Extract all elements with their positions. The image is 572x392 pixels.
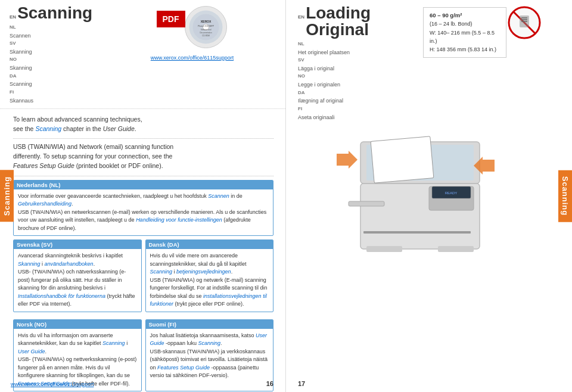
pdf-badge: PDF [157,11,185,27]
svg-rect-26 [363,231,471,234]
lang-list-left: NLScannen SVSkanning NOSkanning DAScanni… [10,24,111,105]
main-content-left: To learn about advanced scanning techniq… [0,109,285,392]
right-page-header: EN Loading Original NLHet origineel plaa… [286,0,572,125]
dutch-section-header: Nederlands (NL) [14,181,273,189]
swedish-section: Svenska (SV) Avancerad skanningteknik be… [13,239,142,312]
pdf-cd-container: PDF XEROX Phaser 6115MFP Software and [157,5,228,52]
paper-spec-line3: W: 140– 216 mm (5.5 – 8.5 in.) [430,29,500,46]
norwegian-section-text: Hvis du vil ha informasjon om avanserte … [18,332,137,388]
svg-marker-29 [337,151,358,169]
left-page-header: EN Scanning NLScannen SVSkanning NOSkann… [0,0,285,109]
left-page: Scanning EN Scanning NLScannen SVSkannin… [0,0,286,392]
svg-rect-27 [366,246,402,252]
danish-section-text: Hvis du vil vide mere om avancerede scan… [150,252,269,309]
norwegian-section-header: Norsk (NO) [14,320,141,329]
svg-rect-19 [349,201,384,206]
paper-spec-line2: (16 – 24 lb. Bond) [430,20,500,28]
danish-section-header: Dansk (DA) [146,240,273,249]
right-page: Scanning EN Loading Original NLHet origi… [286,0,572,392]
printer-illustration-area: READY [286,125,572,256]
paper-spec-line1: 60 – 90 g/m² [430,11,500,20]
intro-paragraph-2: USB (TWAIN/WIA) and Network (email) scan… [13,142,273,170]
svg-text:Phaser 6115MFP: Phaser 6115MFP [197,25,214,27]
paper-spec-box: 60 – 90 g/m² (16 – 24 lb. Bond) W: 140– … [423,7,506,58]
dutch-section-text: Voor informatie over geavanceerde scante… [18,192,269,233]
svg-rect-28 [438,246,474,252]
intro-paragraph-1: To learn about advanced scanning techniq… [13,115,273,134]
danish-section: Dansk (DA) Hvis du vil vide mere om avan… [145,239,274,312]
swedish-section-header: Svenska (SV) [14,240,141,249]
page-title-loading: Loading Original [306,5,411,38]
norwegian-section: Norsk (NO) Hvis du vil ha informasjon om… [13,319,142,392]
finnish-section: Suomi (FI) Jos haluat lisätietoja skanna… [145,319,274,392]
svg-text:CD-ROM: CD-ROM [202,35,210,37]
dutch-section: Nederlands (NL) Voor informatie over gea… [13,180,273,237]
finnish-section-header: Suomi (FI) [146,320,273,329]
svg-rect-18 [371,136,434,183]
no-symbol-icon [506,5,542,41]
svg-text:XEROX: XEROX [200,20,211,23]
lang-list-right: NLHet origineel plaatsen SVLägga i origi… [298,41,411,122]
page-number-left: 16 [266,380,273,387]
swedish-section-text: Avancerad skanningteknik beskrivs i kapi… [18,252,137,309]
xerox-url-header[interactable]: www.xerox.com/office/6115support [151,55,234,61]
lang-indicator-left: EN [10,14,16,20]
header-center: PDF XEROX Phaser 6115MFP Software and [111,5,273,61]
svg-text:READY: READY [445,191,458,195]
page-title-scanning: Scanning [17,5,92,21]
swedish-danish-row: Svenska (SV) Avancerad skanningteknik be… [13,239,273,316]
finnish-section-text: Jos haluat lisätietoja skannaamisesta, k… [150,332,269,380]
svg-text:Documentation: Documentation [200,32,212,34]
page-number-right: 17 [298,380,305,387]
bottom-url-left[interactable]: www.xerox.com/office/6115support [11,381,94,387]
side-tab-scanning-right: Scanning [558,170,572,222]
printer-svg: READY [325,130,533,255]
svg-text:Software and: Software and [200,29,211,31]
pdf-cd-illustration: PDF XEROX Phaser 6115MFP Software and [151,5,234,61]
lang-indicator-right: EN [298,14,304,20]
side-tab-scanning-left: Scanning [0,170,14,222]
cd-disc: XEROX Phaser 6115MFP Software and Docume… [184,5,228,49]
paper-spec-line4: H: 148 356 mm (5.83 14 in.) [430,45,500,54]
